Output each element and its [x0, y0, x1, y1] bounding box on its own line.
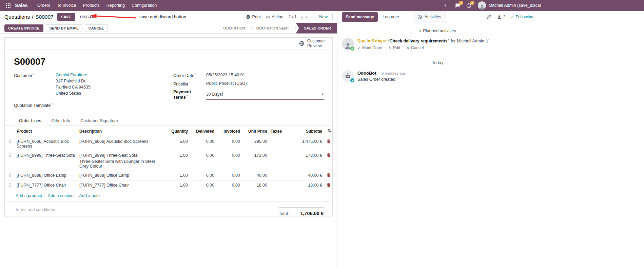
globe-icon — [299, 41, 305, 46]
col-header-unit-price[interactable]: Unit Price — [242, 126, 269, 137]
print-button[interactable]: Print — [246, 15, 261, 19]
cell-unit-price[interactable]: 18.00 — [242, 181, 269, 191]
status-step-quotation-sent[interactable]: QUOTATION SENT — [252, 23, 294, 34]
pager-next-icon[interactable]: › — [304, 14, 309, 20]
cancel-activity-button[interactable]: ✕Cancel — [406, 45, 424, 50]
menu-configuration[interactable]: Configuration — [128, 0, 160, 11]
col-header-quantity[interactable]: Quantity — [163, 126, 190, 137]
dropdown-caret-icon[interactable]: ▼ — [321, 93, 324, 96]
planned-activities-header[interactable]: ▾ Planned activities — [342, 28, 533, 33]
optional-columns-button[interactable] — [324, 126, 333, 137]
info-icon[interactable]: ⓘ — [485, 39, 489, 43]
cell-invoiced[interactable]: 0.00 — [216, 171, 242, 181]
user-avatar[interactable] — [478, 1, 486, 9]
apps-menu-icon[interactable] — [3, 0, 13, 11]
tab-other-info[interactable]: Other Info — [46, 116, 75, 126]
add-a-note-link[interactable]: Add a note — [79, 193, 100, 198]
terms-and-conditions-input[interactable]: Terms and conditions... — [15, 207, 59, 216]
cell-delivered[interactable]: 0.00 — [190, 181, 216, 191]
followers-button[interactable]: 2 — [497, 15, 505, 19]
drag-handle-icon[interactable] — [5, 171, 15, 181]
cell-quantity[interactable]: 5.00 — [163, 137, 190, 151]
cell-description[interactable]: [FURN_7777] Office Chair — [78, 181, 163, 191]
drag-handle-icon[interactable] — [5, 181, 15, 191]
cell-taxes[interactable] — [269, 137, 293, 151]
send-message-button[interactable]: Send message — [342, 12, 378, 22]
mark-done-button[interactable]: ✓Mark Done — [357, 45, 382, 50]
payment-terms-input[interactable]: 30 Days ▼ — [206, 90, 324, 100]
cell-unit-price[interactable]: 173.00 — [242, 151, 269, 171]
following-button[interactable]: ✓ Following — [511, 15, 533, 19]
order-date-field[interactable]: 05/25/2023 15:40:01 — [206, 73, 245, 78]
delete-line-button[interactable] — [327, 173, 331, 178]
attach-files-button[interactable] — [486, 14, 491, 19]
menu-to-invoice[interactable]: To Invoice — [54, 0, 79, 11]
messages-icon[interactable]: 4 — [453, 0, 462, 11]
cell-invoiced[interactable]: 0.00 — [216, 137, 242, 151]
menu-products[interactable]: Products — [79, 0, 103, 11]
cell-unit-price[interactable]: 40.00 — [242, 171, 269, 181]
cell-taxes[interactable] — [269, 181, 293, 191]
cell-invoiced[interactable]: 0.00 — [216, 151, 242, 171]
customer-preview-button[interactable]: Customer Preview — [299, 39, 327, 49]
col-header-subtotal[interactable]: Subtotal — [293, 126, 324, 137]
col-header-product[interactable]: Product — [15, 126, 78, 137]
user-name[interactable]: Mitchell Admin (save_discar — [489, 3, 541, 8]
cell-taxes[interactable] — [269, 171, 293, 181]
add-a-section-link[interactable]: Add a section — [48, 193, 74, 198]
app-name[interactable]: Sales — [15, 3, 28, 8]
status-step-sales-order[interactable]: SALES ORDER — [296, 23, 337, 34]
edit-activity-button[interactable]: ✎Edit — [388, 45, 400, 50]
save-button[interactable]: SAVE — [57, 13, 75, 21]
breadcrumb-quotations[interactable]: Quotations — [4, 14, 30, 20]
col-header-taxes[interactable]: Taxes — [269, 126, 293, 137]
cell-product[interactable]: [FURN_8888] Office Lamp — [15, 171, 78, 181]
message-author[interactable]: OdooBot — [357, 71, 376, 76]
send-by-email-button[interactable]: SEND BY EMAIL — [46, 24, 82, 32]
cell-description[interactable]: [FURN_8888] Office Lamp — [78, 171, 163, 181]
cell-quantity[interactable]: 1.00 — [163, 181, 190, 191]
cell-delivered[interactable]: 0.00 — [190, 151, 216, 171]
cell-description[interactable]: [FURN_8999] Three-Seat SofaThree Seater … — [78, 151, 163, 171]
delete-line-button[interactable] — [327, 139, 331, 145]
cell-product[interactable]: [FURN_7777] Office Chair — [15, 181, 78, 191]
cell-description[interactable]: [FURN_6666] Acoustic Bloc Screens — [78, 137, 163, 151]
add-a-product-link[interactable]: Add a product — [16, 193, 42, 198]
menu-orders[interactable]: Orders — [34, 0, 54, 11]
cell-taxes[interactable] — [269, 151, 293, 171]
cell-unit-price[interactable]: 295.00 — [242, 137, 269, 151]
delete-line-button[interactable] — [327, 153, 331, 158]
cell-quantity[interactable]: 1.00 — [163, 171, 190, 181]
action-button[interactable]: ⚙ Action — [266, 15, 283, 20]
tab-customer-signature[interactable]: Customer Signature — [75, 116, 123, 126]
cell-delivered[interactable]: 0.00 — [190, 137, 216, 151]
chatter-panel: Send message Log note Activities 2 ✓ — [337, 11, 644, 268]
menu-reporting[interactable]: Reporting — [103, 0, 128, 11]
col-header-description[interactable]: Description — [78, 126, 163, 137]
create-invoice-button[interactable]: CREATE INVOICE — [4, 24, 43, 32]
new-button[interactable]: New — [314, 13, 333, 21]
cell-product[interactable]: [FURN_8999] Three-Seat Sofa — [15, 151, 78, 171]
delete-line-button[interactable] — [327, 183, 331, 188]
customer-link[interactable]: Gemini Furniture — [56, 73, 87, 77]
log-note-button[interactable]: Log note — [379, 13, 403, 21]
col-header-invoiced[interactable]: Invoiced — [216, 126, 242, 137]
cell-quantity[interactable]: 1.00 — [163, 151, 190, 171]
status-steps: QUOTATION QUOTATION SENT SALES ORDER — [219, 23, 337, 34]
drag-handle-icon[interactable] — [5, 151, 15, 171]
cell-product[interactable]: [FURN_6666] Acoustic Bloc Screens — [15, 137, 78, 151]
cell-invoiced[interactable]: 0.00 — [216, 181, 242, 191]
cancel-button[interactable]: CANCEL — [85, 24, 108, 32]
discard-button[interactable]: DISCARD — [79, 13, 99, 21]
activities-tab[interactable]: Activities — [413, 11, 446, 23]
main-menus: Orders To Invoice Products Reporting Con… — [34, 0, 160, 11]
col-header-delivered[interactable]: Delivered — [190, 126, 216, 137]
tab-order-lines[interactable]: Order Lines — [14, 116, 46, 126]
activities-clock-icon[interactable]: 2 — [464, 0, 473, 11]
status-step-quotation[interactable]: QUOTATION — [219, 23, 249, 34]
drag-handle-icon[interactable] — [5, 137, 15, 151]
cell-delivered[interactable]: 0.00 — [190, 171, 216, 181]
pricelist-field[interactable]: Public Pricelist (USD) — [206, 81, 247, 87]
pager-previous-icon[interactable]: ‹ — [299, 14, 304, 20]
dark-mode-moon-icon[interactable]: ☾ — [442, 0, 451, 11]
